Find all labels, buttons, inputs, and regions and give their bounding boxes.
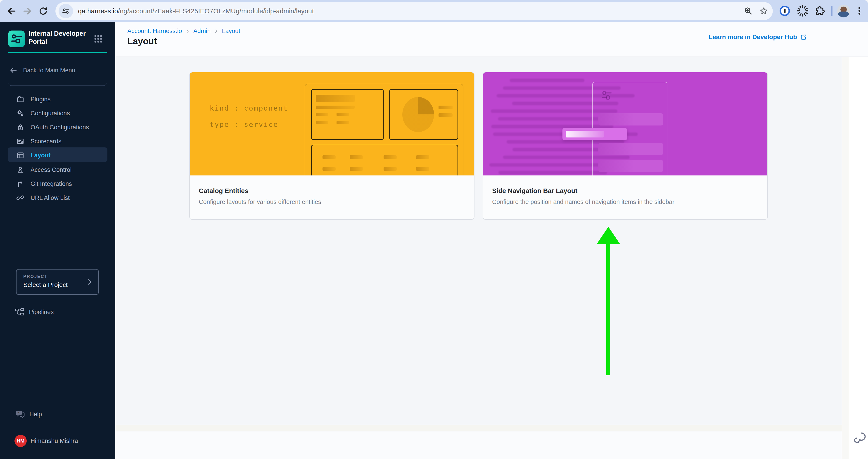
yaml-code-line: type : service: [210, 120, 278, 128]
side-nav-card-body: Side Navigation Bar Layout Configure the…: [483, 175, 767, 220]
sidebar-item-url-allow-list[interactable]: URL Allow List: [0, 191, 115, 205]
password-manager-extension-button[interactable]: [778, 4, 791, 17]
url-path: /ng/account/zEaak-FLS425IEO7OLzMUg/modul…: [118, 7, 314, 15]
loading-extension-button[interactable]: [796, 4, 809, 17]
chat-bubbles-icon: [852, 430, 867, 446]
side-nav-layout-card[interactable]: Side Navigation Bar Layout Configure the…: [483, 72, 768, 220]
browser-back-button[interactable]: [6, 5, 17, 17]
breadcrumb-admin[interactable]: Admin: [193, 28, 211, 35]
password-manager-icon: [779, 5, 790, 17]
chart-panel-mock: [389, 89, 458, 140]
card-description: Configure the position and names of navi…: [492, 199, 674, 205]
sidebar-item-label: Pipelines: [29, 308, 54, 316]
person-icon: [16, 165, 25, 174]
browser-reload-button[interactable]: [37, 5, 49, 17]
user-profile[interactable]: HM Himanshu Mishra: [0, 434, 115, 448]
scrollbar-gutter[interactable]: [842, 57, 849, 459]
side-nav-illustration: [483, 72, 767, 175]
pipelines-icon: [15, 307, 25, 317]
url-host: qa.harness.io: [78, 7, 118, 15]
sidebar-item-pipelines[interactable]: Pipelines: [0, 306, 115, 318]
sidebar: Internal Developer Portal Back to Main M…: [0, 22, 115, 459]
browser-toolbar: qa.harness.io/ng/account/zEaak-FLS425IEO…: [0, 0, 868, 22]
page-footer-area: [115, 431, 842, 459]
sidebar-item-layout[interactable]: Layout: [0, 148, 115, 162]
sidebar-item-label: Git Integrations: [31, 181, 72, 188]
link-icon: [16, 193, 25, 202]
nav-item-placeholder-bar: [566, 131, 604, 137]
sidebar-item-oauth-configurations[interactable]: OAuth Configurations: [0, 120, 115, 134]
learn-more-link[interactable]: Learn more in Developer Hub: [709, 33, 807, 41]
sidebar-item-label: URL Allow List: [31, 194, 70, 201]
star-icon: [759, 6, 769, 16]
about-panel-mock: [311, 89, 384, 140]
sidebar-item-help[interactable]: ? Help: [0, 408, 115, 421]
sidebar-item-configurations[interactable]: Configurations: [0, 106, 115, 120]
toolbar-separator: [831, 6, 833, 16]
catalog-entities-card[interactable]: kind : component type : service: [189, 72, 474, 220]
svg-text:?: ?: [17, 411, 19, 415]
breadcrumb-account[interactable]: Account: Harness.io: [127, 28, 182, 35]
catalog-entities-card-body: Catalog Entities Configure layouts for v…: [190, 175, 474, 220]
page-title: Layout: [127, 36, 157, 46]
chevron-right-icon: [185, 29, 190, 34]
chevron-right-icon: [86, 278, 93, 286]
nav-item-placeholder: [598, 113, 663, 126]
browser-profile-avatar[interactable]: [837, 5, 850, 18]
table-panel-mock: [311, 145, 458, 175]
layout-icon: [16, 151, 25, 160]
extensions-button[interactable]: [814, 4, 827, 17]
annotation-arrow-up-stem: [606, 244, 610, 375]
help-chat-icon: ?: [15, 409, 25, 419]
nav-item-placeholder: [598, 160, 663, 172]
puzzle-icon: [814, 5, 826, 17]
sidebar-mock-panel: [592, 82, 668, 175]
user-name: Himanshu Mishra: [31, 437, 78, 445]
tune-icon: [61, 6, 70, 15]
url-text[interactable]: qa.harness.io/ng/account/zEaak-FLS425IEO…: [78, 2, 314, 20]
card-title: Side Navigation Bar Layout: [492, 187, 578, 195]
sidebar-item-label: Access Control: [31, 166, 72, 173]
learn-more-label: Learn more in Developer Hub: [709, 33, 797, 41]
back-label: Back to Main Menu: [23, 67, 75, 74]
bookmark-button[interactable]: [759, 6, 769, 16]
project-selector-label: PROJECT: [23, 274, 48, 279]
sidebar-item-access-control[interactable]: Access Control: [0, 163, 115, 177]
back-to-main-menu[interactable]: Back to Main Menu: [9, 65, 106, 75]
sidebar-item-label: Layout: [31, 152, 51, 159]
yaml-code-line: kind : component: [210, 104, 288, 112]
sidebar-accent-divider: [8, 52, 107, 53]
back-arrow-icon: [9, 66, 18, 75]
sidebar-item-plugins[interactable]: Plugins: [0, 92, 115, 106]
screen: qa.harness.io/ng/account/zEaak-FLS425IEO…: [0, 0, 868, 459]
address-bar[interactable]: qa.harness.io/ng/account/zEaak-FLS425IEO…: [55, 2, 773, 20]
app-grid-icon[interactable]: [93, 34, 103, 44]
nav-item-placeholder: [598, 143, 663, 155]
zoom-in-icon: [743, 6, 753, 16]
project-selector-value: Select a Project: [23, 281, 68, 289]
main-content: kind : component type : service: [115, 57, 842, 425]
zoom-page-button[interactable]: [743, 6, 753, 16]
nav-item-placeholder-highlighted: [562, 128, 627, 140]
chat-widget-button[interactable]: [852, 430, 867, 446]
user-avatar[interactable]: HM: [14, 435, 27, 447]
sidebar-item-label: Help: [29, 411, 42, 418]
right-side-panel: [849, 57, 868, 459]
git-branch-icon: [16, 179, 25, 188]
site-settings-button[interactable]: [59, 4, 73, 18]
breadcrumb: Account: Harness.io Admin Layout: [127, 28, 240, 35]
project-selector[interactable]: PROJECT Select a Project: [16, 269, 99, 295]
page-header: Account: Harness.io Admin Layout Layout …: [115, 22, 868, 57]
catalog-entities-illustration: kind : component type : service: [190, 72, 474, 175]
browser-forward-button[interactable]: [22, 5, 33, 17]
sidebar-item-scorecards[interactable]: Scorecards: [0, 134, 115, 148]
idp-logo[interactable]: [8, 31, 25, 47]
plugin-icon: [16, 95, 25, 104]
breadcrumb-layout[interactable]: Layout: [222, 28, 240, 35]
reload-icon: [38, 6, 48, 16]
browser-menu-button[interactable]: [853, 4, 866, 17]
product-title: Internal Developer Portal: [29, 29, 90, 46]
content-bottom-strip: [115, 425, 842, 431]
spinner-icon: [797, 5, 808, 17]
sidebar-item-git-integrations[interactable]: Git Integrations: [0, 177, 115, 191]
